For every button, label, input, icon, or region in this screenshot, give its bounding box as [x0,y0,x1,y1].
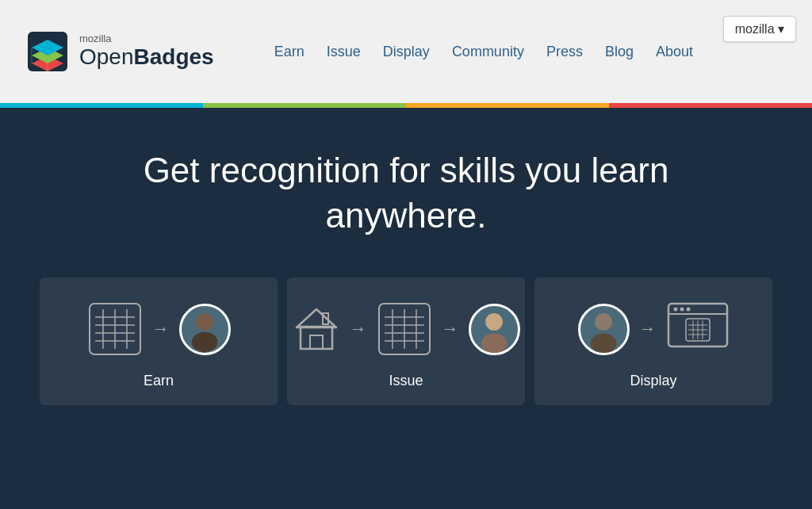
house-icon [293,305,340,353]
issue-badge-icon [377,301,432,357]
issue-card-label: Issue [389,373,423,389]
nav-issue[interactable]: Issue [327,44,361,60]
issue-arrow1-icon: → [350,319,367,339]
svg-marker-16 [297,309,336,327]
color-bar [0,103,812,108]
svg-point-14 [196,313,213,331]
logo-text: mozilla OpenBadges [79,33,214,69]
svg-point-36 [686,308,690,312]
svg-point-30 [595,313,612,331]
logo-icon [24,28,71,75]
bar-blue [0,103,203,108]
logo[interactable]: mozilla OpenBadges [24,28,214,75]
logo-mozilla-text: mozilla [79,33,214,44]
display-card[interactable]: → [534,277,772,405]
svg-point-28 [485,313,503,331]
issue-arrow2-icon: → [442,319,459,339]
mozilla-dropdown-button[interactable]: mozilla ▾ [723,16,796,42]
svg-rect-18 [310,335,323,349]
nav-display[interactable]: Display [383,44,430,60]
nav-earn[interactable]: Earn [274,44,304,60]
bar-orange [406,103,609,108]
logo-brand-text: OpenBadges [79,45,214,70]
issue-card-icons: → → [293,301,520,357]
nav-blog[interactable]: Blog [605,44,634,60]
svg-point-31 [590,333,616,353]
main-nav: Earn Issue Display Community Press Blog … [274,44,693,60]
header: mozilla OpenBadges Earn Issue Display Co… [0,0,812,103]
svg-rect-17 [301,327,332,349]
nav-about[interactable]: About [656,44,693,60]
display-browser-icon [666,301,730,357]
bar-green [203,103,406,108]
svg-point-34 [673,308,677,312]
display-arrow-icon: → [639,319,657,339]
svg-point-15 [191,332,217,352]
svg-point-35 [680,308,684,312]
nav-community[interactable]: Community [452,44,524,60]
feature-cards: → Earn [16,277,796,405]
display-card-label: Display [630,373,676,389]
earn-card-label: Earn [144,373,174,389]
hero-title: Get recognition for skills you learn any… [109,147,703,238]
bar-red [609,103,812,108]
issue-card[interactable]: → → [287,277,525,405]
nav-press[interactable]: Press [546,44,583,60]
earn-arrow-icon: → [152,319,170,339]
earn-avatar [179,304,231,355]
hero-section: Get recognition for skills you learn any… [0,108,812,437]
issue-avatar [469,304,520,355]
svg-point-29 [481,333,507,353]
badge-wireframe-icon [87,301,143,357]
display-avatar [578,304,630,355]
earn-card[interactable]: → Earn [40,277,278,405]
display-card-icons: → [578,301,730,357]
earn-card-icons: → [87,301,231,357]
